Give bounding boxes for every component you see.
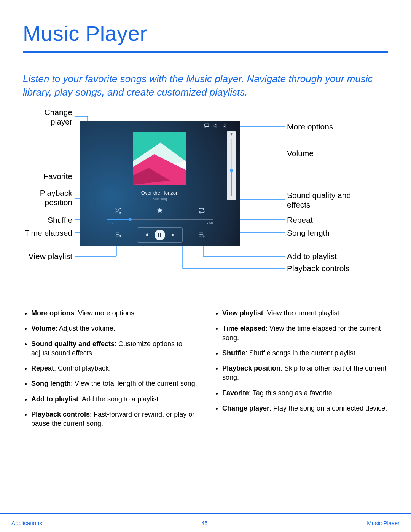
bullet-col-right: View playlist: View the current playlist… <box>214 308 388 435</box>
label-add-to-playlist: Add to playlist <box>287 252 337 261</box>
volume-track[interactable] <box>231 139 232 196</box>
transport-row <box>80 227 240 243</box>
playback-controls <box>137 227 183 243</box>
song-artist: Samsung <box>80 197 240 201</box>
bullet-col-left: More options: View more options. Volume:… <box>23 308 197 435</box>
label-playback-controls: Playback controls <box>287 264 355 273</box>
view-playlist-button[interactable] <box>114 230 123 239</box>
bullet-item: Time elapsed: View the time elapsed for … <box>222 324 388 342</box>
secondary-controls-row <box>80 207 240 216</box>
music-player-screenshot: ⋮ 7 Over the Horizon Samsung <box>80 121 240 246</box>
cast-icon[interactable] <box>204 123 209 128</box>
time-total: 2:58 <box>206 221 213 225</box>
bullet-item: View playlist: View the current playlist… <box>222 308 388 318</box>
label-playback-position: Playback position <box>23 189 72 208</box>
label-time-elapsed: Time elapsed <box>16 228 72 238</box>
album-art <box>133 132 186 185</box>
bullet-item: More options: View more options. <box>31 308 197 318</box>
bullet-item: Change player: Play the song on a connec… <box>222 404 388 413</box>
bullet-item: Sound quality and effects: Customize opt… <box>31 339 197 358</box>
label-sound-quality: Sound quality and effects <box>287 191 363 210</box>
play-pause-button[interactable] <box>155 230 165 240</box>
label-change-player: Change player <box>23 108 72 127</box>
svg-point-15 <box>120 235 121 236</box>
progress-bar[interactable] <box>107 219 213 220</box>
bullet-item: Shuffle: Shuffle songs in the current pl… <box>222 348 388 358</box>
repeat-button[interactable] <box>198 207 206 214</box>
next-button[interactable] <box>170 232 177 238</box>
bullet-item: Favorite: Tag this song as a favorite. <box>222 388 388 398</box>
label-more-options: More options <box>287 122 333 132</box>
bullet-columns: More options: View more options. Volume:… <box>23 308 388 435</box>
manual-page: Music Player Listen to your favorite son… <box>0 0 411 532</box>
label-view-playlist: View playlist <box>19 252 72 261</box>
bullet-item: Volume: Adjust the volume. <box>31 324 197 333</box>
favorite-button[interactable] <box>156 207 164 214</box>
footer-left: Applications <box>11 520 42 526</box>
add-to-playlist-button[interactable] <box>198 230 206 239</box>
more-options-icon[interactable]: ⋮ <box>231 123 237 128</box>
sound-quality-icon[interactable] <box>213 123 218 128</box>
footer-right: Music Player <box>367 520 400 526</box>
page-footer: Applications 45 Music Player <box>0 514 411 532</box>
song-title: Over the Horizon <box>80 190 240 196</box>
label-repeat: Repeat <box>287 216 313 225</box>
bullet-item: Playback controls: Fast-forward or rewin… <box>31 410 197 428</box>
volume-slider-popup[interactable]: 7 <box>227 131 236 200</box>
bullet-item: Repeat: Control playback. <box>31 364 197 373</box>
bullet-item: Song length: View the total length of th… <box>31 379 197 388</box>
label-shuffle: Shuffle <box>23 216 72 225</box>
volume-icon[interactable] <box>222 123 228 128</box>
previous-button[interactable] <box>142 232 149 238</box>
volume-value: 7 <box>230 133 233 137</box>
label-volume: Volume <box>287 149 314 158</box>
bullet-item: Playback position: Skip to another part … <box>222 364 388 382</box>
time-elapsed: 0:39 <box>107 221 113 225</box>
footer-page-number: 45 <box>201 520 208 526</box>
title-rule <box>23 51 388 53</box>
label-favorite: Favorite <box>23 172 72 181</box>
intro-text: Listen to your favorite songs with the M… <box>23 72 388 99</box>
label-song-length: Song length <box>287 228 330 238</box>
shuffle-button[interactable] <box>114 207 122 214</box>
page-title: Music Player <box>23 21 147 46</box>
player-topbar: ⋮ <box>204 123 237 128</box>
svg-rect-9 <box>205 124 209 126</box>
bullet-item: Add to playlist: Add the song to a playl… <box>31 395 197 404</box>
annotated-figure: Change player Favorite Playback position… <box>23 105 388 291</box>
